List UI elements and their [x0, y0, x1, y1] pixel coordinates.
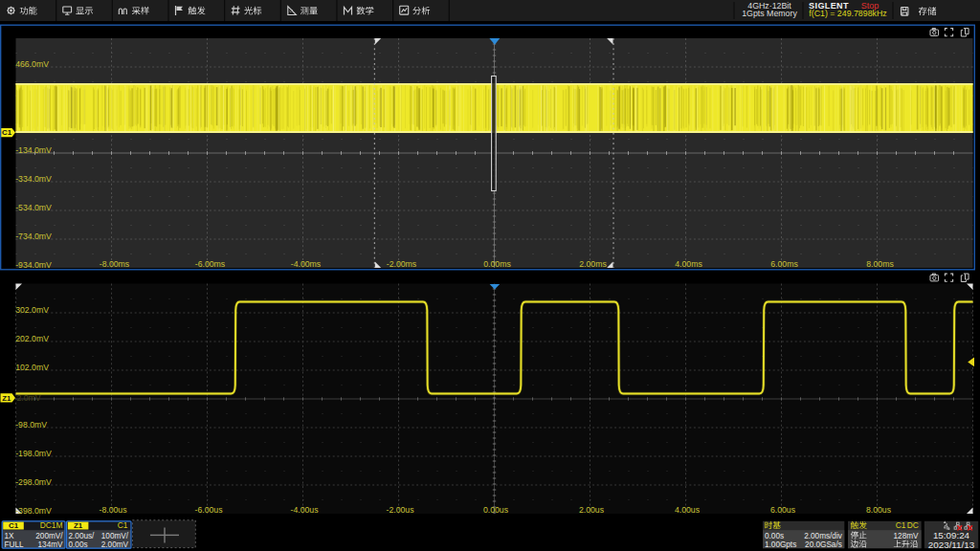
svg-text:4.00us: 4.00us — [675, 505, 701, 515]
svg-text:2.00us/: 2.00us/ — [69, 532, 96, 540]
svg-text:C1: C1 — [9, 521, 19, 530]
svg-text:2.00ms: 2.00ms — [579, 259, 607, 269]
svg-text:Z1: Z1 — [2, 394, 11, 403]
svg-text:0.00us: 0.00us — [483, 505, 509, 515]
svg-text:2.00mV: 2.00mV — [101, 540, 129, 549]
svg-text:f(C1) = 249.7898kHz: f(C1) = 249.7898kHz — [809, 9, 886, 18]
svg-text:466.0mV: 466.0mV — [15, 59, 49, 69]
svg-text:202.0mV: 202.0mV — [15, 334, 49, 343]
svg-text:-398.0mV: -398.0mV — [15, 506, 52, 516]
svg-text:6.00us: 6.00us — [770, 505, 796, 515]
svg-text:4.00ms: 4.00ms — [675, 259, 702, 269]
svg-text:2.00us: 2.00us — [579, 505, 605, 515]
svg-text:C1: C1 — [896, 520, 906, 530]
svg-text:1.00Gpts: 1.00Gpts — [765, 540, 796, 549]
svg-text:1X: 1X — [5, 532, 15, 540]
svg-text:-2.00ms: -2.00ms — [387, 259, 417, 269]
svg-text:2.00ms/div: 2.00ms/div — [804, 532, 842, 540]
svg-text:-198.0mV: -198.0mV — [15, 449, 52, 458]
svg-text:-6.00us: -6.00us — [195, 505, 224, 515]
svg-text:-734.0mV: -734.0mV — [15, 231, 52, 241]
svg-text:102.0mV: 102.0mV — [15, 363, 49, 372]
svg-text:20.0GSa/s: 20.0GSa/s — [805, 540, 842, 549]
svg-text:1Gpts Memory: 1Gpts Memory — [742, 9, 797, 18]
svg-text:2.0mV: 2.0mV — [17, 393, 41, 403]
svg-text:DC1M: DC1M — [40, 520, 63, 530]
svg-text:134mV: 134mV — [38, 540, 63, 549]
svg-text:-334.0mV: -334.0mV — [15, 174, 52, 184]
svg-text:-6.00ms: -6.00ms — [195, 259, 226, 269]
svg-text:200mV/: 200mV/ — [35, 532, 63, 540]
svg-text:-534.0mV: -534.0mV — [15, 203, 52, 212]
svg-text:0.00s: 0.00s — [69, 540, 88, 549]
svg-text:-8.00ms: -8.00ms — [100, 259, 130, 269]
svg-text:-298.0mV: -298.0mV — [15, 477, 52, 487]
svg-text:C1: C1 — [118, 520, 128, 530]
svg-text:-4.00ms: -4.00ms — [291, 259, 322, 269]
svg-text:C1: C1 — [2, 128, 12, 137]
svg-text:0.00ms: 0.00ms — [483, 259, 511, 269]
svg-text:128mV: 128mV — [894, 532, 919, 540]
svg-text:6.00ms: 6.00ms — [770, 259, 798, 269]
svg-text:100mV/: 100mV/ — [101, 532, 129, 540]
svg-text:302.0mV: 302.0mV — [15, 305, 49, 315]
svg-text:-934.0mV: -934.0mV — [15, 260, 52, 270]
svg-text:8.00us: 8.00us — [866, 505, 892, 515]
svg-text:2023/11/13: 2023/11/13 — [928, 540, 975, 550]
svg-text:-2.00us: -2.00us — [387, 505, 415, 515]
svg-text:-8.00us: -8.00us — [100, 505, 128, 515]
svg-text:FULL: FULL — [5, 540, 24, 549]
svg-text:Z1: Z1 — [74, 521, 83, 530]
svg-text:8.00ms: 8.00ms — [866, 259, 894, 269]
svg-text:0.00s: 0.00s — [765, 532, 784, 540]
svg-text:-134.0mV: -134.0mV — [15, 145, 52, 155]
svg-text:-4.00us: -4.00us — [291, 505, 320, 515]
svg-text:DC: DC — [907, 520, 919, 530]
svg-text:-98.0mV: -98.0mV — [15, 420, 47, 430]
